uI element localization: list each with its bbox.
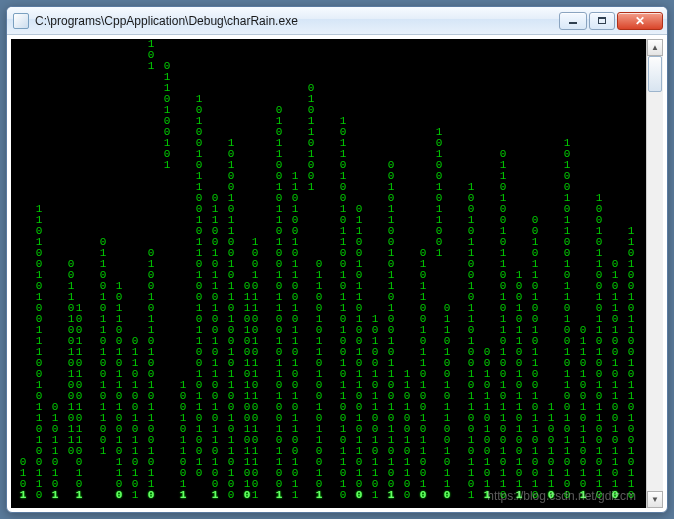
rain-column: 10010110010110100101100101101 — [467, 182, 475, 501]
maximize-button[interactable] — [589, 12, 615, 30]
rain-char: 1 — [147, 61, 155, 72]
rain-char: 1 — [51, 490, 59, 501]
rain-column: 01011001011010010110010 — [419, 248, 427, 501]
rain-column: 0101101001011001011010 — [611, 259, 619, 501]
minimize-button[interactable] — [559, 12, 587, 30]
rain-column: 010110010110100101100101101001011001 — [275, 105, 283, 501]
rain-char: 1 — [163, 160, 171, 171]
rain-column: 010110101 — [51, 402, 59, 501]
scroll-track[interactable] — [647, 56, 663, 491]
rain-char: 0 — [499, 490, 507, 501]
rain-char: 1 — [75, 490, 83, 501]
rain-char: 1 — [211, 490, 219, 501]
rain-char: 0 — [547, 490, 555, 501]
rain-column: 011010010110101 — [131, 336, 139, 501]
rain-char: 0 — [147, 490, 155, 501]
rain-column: 0110010110100101100101101001 — [211, 193, 219, 501]
rain-char: 0 — [419, 490, 427, 501]
rain-column: 0101101001 — [307, 83, 315, 193]
rain-char: 0 — [227, 490, 235, 501]
rain-column: 100101100101101001011001 — [251, 237, 259, 501]
rain-column: 110100101001110010110100110 — [35, 204, 43, 501]
rain-char: 0 — [595, 490, 603, 501]
rain-char: 0 — [611, 490, 619, 501]
rain-char: 1 — [387, 490, 395, 501]
rain-char: 1 — [179, 490, 187, 501]
rain-column: 100110100101100101 — [75, 303, 83, 501]
rain-char: 1 — [307, 182, 315, 193]
scroll-thumb[interactable] — [648, 56, 662, 92]
rain-char: 1 — [19, 490, 27, 501]
rain-column: 01100101101001011001 — [99, 237, 107, 457]
rain-char: 0 — [67, 446, 75, 457]
rain-column: 0110010110100101100101 — [315, 259, 323, 501]
rain-char: 1 — [483, 490, 491, 501]
rain-column: 110010110 — [547, 402, 555, 501]
rain-char: 1 — [435, 248, 443, 259]
rain-char: 0 — [563, 490, 571, 501]
rain-column: 101001011001011010010110010110100 — [227, 138, 235, 501]
rain-column: 101001011001011010010110010110100 — [563, 138, 571, 501]
rain-column: 101001011001 — [435, 127, 443, 259]
scroll-up-button[interactable]: ▲ — [647, 39, 663, 56]
rain-column: 10100101100101101001011001011010010 — [195, 94, 203, 479]
rain-column: 1001011001011010010110010110 — [595, 193, 603, 501]
app-icon — [13, 13, 29, 29]
rain-column: 011010010110010110 — [443, 303, 451, 501]
window-title: C:\programs\CppApplication\Debug\charRai… — [35, 14, 551, 28]
rain-char: 1 — [515, 490, 523, 501]
rain-char: 1 — [315, 490, 323, 501]
rain-char: 0 — [339, 490, 347, 501]
rain-column: 011001011010010110010110100 — [355, 204, 363, 501]
rain-column: 1101001011001011010010110 — [627, 226, 635, 501]
rain-column: 110100101100 — [403, 369, 411, 501]
rain-char: 1 — [251, 490, 259, 501]
rain-column: 01001011010010110010110 — [147, 248, 155, 501]
rain-column: 0110100101 — [163, 61, 171, 171]
rain-char: 1 — [291, 490, 299, 501]
rain-column: 001101001010010110 — [67, 259, 75, 457]
rain-column: 100101100101101001011 — [515, 270, 523, 501]
rain-char: 0 — [531, 490, 539, 501]
close-button[interactable]: ✕ — [617, 12, 663, 30]
rain-column: 00101101001011 — [483, 347, 491, 501]
app-window: C:\programs\CppApplication\Debug\charRai… — [6, 6, 668, 513]
rain-char: 0 — [443, 490, 451, 501]
client-area: 1101001011001011010010110010110100101100… — [11, 39, 663, 508]
rain-char: 1 — [275, 490, 283, 501]
vertical-scrollbar[interactable]: ▲ ▼ — [646, 39, 663, 508]
rain-char: 1 — [371, 490, 379, 501]
rain-column: 01101001011001011010 — [243, 281, 251, 501]
rain-char: 0 — [243, 490, 251, 501]
rain-char: 1 — [99, 446, 107, 457]
rain-column: 10110010110100101100 — [115, 281, 123, 501]
minimize-icon — [569, 22, 577, 24]
window-buttons: ✕ — [557, 12, 663, 30]
rain-column: 01101001011001011010010110010110 — [499, 149, 507, 501]
rain-char: 0 — [195, 468, 203, 479]
rain-char: 0 — [35, 490, 43, 501]
rain-char: 0 — [627, 490, 635, 501]
rain-char: 0 — [115, 490, 123, 501]
scroll-down-button[interactable]: ▼ — [647, 491, 663, 508]
close-icon: ✕ — [635, 15, 645, 27]
rain-char: 1 — [467, 490, 475, 501]
maximize-icon — [598, 17, 606, 24]
rain-column: 0110100101100101 — [579, 325, 587, 501]
rain-column: 0010110010110100101100101101001 — [387, 160, 395, 501]
rain-column: 10010110011 — [179, 380, 187, 501]
titlebar[interactable]: C:\programs\CppApplication\Debug\charRai… — [7, 7, 667, 35]
rain-char: 1 — [131, 490, 139, 501]
console-output: 1101001011001011010010110010110100101100… — [11, 39, 646, 508]
rain-column: 0101 — [19, 457, 27, 501]
rain-column: 101 — [147, 39, 155, 72]
rain-column: 10100101100101101 — [371, 314, 379, 501]
rain-char: 0 — [403, 490, 411, 501]
rain-column: 00101101001011001011010010 — [531, 215, 539, 501]
rain-char: 0 — [355, 490, 363, 501]
rain-column: 10110100101100101101001011001011010 — [339, 116, 347, 501]
rain-column: 110100101100101101001011001011 — [291, 171, 299, 501]
rain-char: 1 — [579, 490, 587, 501]
